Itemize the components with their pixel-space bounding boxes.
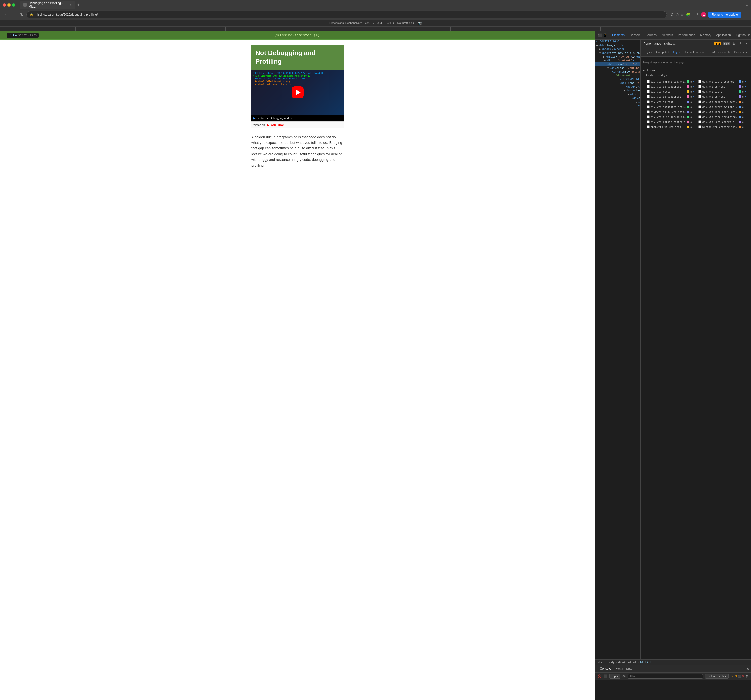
dom-h1-line[interactable]: <h1 class="title" > Not Debugging and Pr… — [595, 62, 640, 66]
tree-triangle[interactable]: ▶ — [624, 85, 625, 88]
dom-movieplayer-line[interactable]: <div class="html5-video-player ytp-exp-b… — [595, 96, 640, 100]
breadcrumb-body[interactable]: body — [608, 661, 615, 664]
flex-item-checkbox-1[interactable] — [647, 80, 650, 83]
flex-item-icon-2[interactable]: ■ — [742, 80, 744, 83]
profile-avatar[interactable]: E — [701, 12, 706, 17]
flex-item-icon-14[interactable]: ■ — [742, 111, 744, 113]
back-button[interactable]: ← — [3, 11, 9, 18]
flex-item-r-icon-14[interactable]: R — [745, 111, 746, 113]
flex-item-icon-19[interactable]: ■ — [691, 126, 692, 128]
flex-item-checkbox-15[interactable] — [647, 115, 650, 118]
flex-item-r-icon-4[interactable]: R — [745, 85, 746, 88]
flexbox-toggle[interactable]: ▶ Flexbox — [643, 68, 749, 72]
tab-performance[interactable]: Performance — [675, 31, 698, 39]
tab-application[interactable]: Application — [714, 31, 733, 39]
flex-item-r-icon-11[interactable]: R — [693, 105, 695, 108]
dom-document-line[interactable]: #document — [595, 74, 640, 77]
flex-item-checkbox-18[interactable] — [698, 120, 702, 123]
flex-item-r-icon-13[interactable]: R — [693, 111, 695, 113]
clear-console-icon[interactable]: 🚫 — [597, 674, 601, 678]
flex-item-checkbox-13[interactable] — [647, 110, 650, 113]
flex-item-icon-20[interactable]: ■ — [742, 126, 744, 128]
tab-dom-breakpoints[interactable]: DOM Breakpoints — [706, 48, 732, 56]
inspect-element-icon[interactable]: ⬛ — [597, 33, 603, 38]
flex-item-r-icon-10[interactable]: R — [745, 100, 746, 103]
device-emulation-icon[interactable]: 📱 — [603, 33, 608, 38]
flex-item-icon-11[interactable]: ■ — [691, 105, 692, 108]
tree-triangle[interactable]: ▼ — [600, 51, 601, 54]
flex-item-icon-4[interactable]: ■ — [742, 85, 744, 88]
flex-item-icon-5[interactable]: ■ — [691, 91, 692, 93]
flex-item-r-icon-18[interactable]: R — [745, 120, 746, 123]
flex-item-r-icon-9[interactable]: R — [693, 100, 695, 103]
perf-more-icon[interactable]: ⋮ — [739, 41, 743, 46]
dom-iframe-line[interactable]: <iframe src="https://www.youtube.com/emb… — [595, 70, 640, 74]
flex-item-r-icon-16[interactable]: R — [745, 116, 746, 118]
flex-item-checkbox-12[interactable] — [698, 105, 702, 108]
flex-item-r-icon-15[interactable]: R — [693, 116, 695, 118]
active-tab[interactable]: Debugging and Profiling - Mis... × — [20, 1, 75, 9]
minimize-traffic-light[interactable] — [7, 3, 11, 6]
flex-item-checkbox-5[interactable] — [647, 90, 650, 93]
breadcrumb-h1title[interactable]: h1.title — [640, 661, 654, 664]
dom-body2-line[interactable]: ▼ <body class="date-20231218 en_US ltr s… — [595, 89, 640, 93]
dom-ytwrapper-line[interactable]: ▼ <div class="youtube-wrapper" style="pa… — [595, 66, 640, 70]
watch-expressions-icon[interactable]: 👁 — [622, 674, 626, 678]
flex-item-icon-9[interactable]: ■ — [691, 100, 692, 103]
flex-item-r-icon-3[interactable]: R — [693, 85, 695, 88]
console-close-button[interactable]: × — [747, 667, 749, 671]
tab-console[interactable]: Console — [627, 31, 643, 39]
address-bar[interactable]: 🔒 missing.csail.mit.edu/2020/debugging-p… — [26, 11, 667, 18]
tab-styles[interactable]: Styles — [643, 48, 654, 56]
tree-triangle[interactable]: ▼ — [624, 89, 625, 92]
profile-menu-icon[interactable]: ⋮⋮ — [692, 12, 699, 17]
video-container[interactable]: 2020-01-23 14:14:53.933586-0500 0x0605e2… — [251, 70, 344, 128]
more-options-icon[interactable]: ⋮ — [745, 12, 748, 17]
tab-network[interactable]: Network — [659, 31, 675, 39]
tree-triangle[interactable]: ▶ — [603, 55, 605, 58]
maximize-traffic-light[interactable] — [12, 3, 15, 6]
tree-triangle[interactable]: ▼ — [627, 93, 629, 96]
flex-item-checkbox-19[interactable] — [647, 125, 650, 128]
bookmark-icon[interactable]: ⬡ — [675, 12, 678, 17]
flex-item-icon-3[interactable]: ■ — [691, 85, 692, 88]
video-thumbnail[interactable]: 2020-01-23 14:14:53.933586-0500 0x0605e2… — [251, 70, 344, 115]
breadcrumb-html[interactable]: html — [597, 661, 604, 664]
flex-item-checkbox-10[interactable] — [698, 100, 702, 103]
flex-item-r-icon-19[interactable]: R — [693, 126, 695, 128]
youtube-logo[interactable]: ▶ YouTube — [267, 123, 284, 127]
tree-triangle[interactable]: ▼ — [603, 59, 605, 62]
tab-expand-icon[interactable]: ⌄ — [745, 3, 748, 7]
flex-item-checkbox-8[interactable] — [698, 95, 702, 98]
flex-item-icon-18[interactable]: ■ — [742, 120, 744, 123]
tab-lighthouse[interactable]: Lighthouse — [733, 31, 751, 39]
flex-item-checkbox-16[interactable] — [698, 115, 702, 118]
dom-navbg-line[interactable]: ▶ <div id="nav-bg" > … </div> — [595, 55, 640, 59]
refresh-button[interactable]: ↻ — [19, 11, 25, 18]
star-icon[interactable]: ☆ — [681, 12, 684, 17]
elements-panel[interactable]: <!DOCTYPE html> ▶ <html lang="en" > ▶ <h… — [595, 40, 640, 659]
flex-item-r-icon-6[interactable]: R — [745, 91, 746, 93]
zoom-selector[interactable]: 100% ▾ — [385, 22, 394, 25]
dom-html-line[interactable]: ▶ <html lang="en" > — [595, 43, 640, 47]
perf-close-icon[interactable]: × — [745, 41, 748, 46]
flex-item-r-icon-8[interactable]: R — [745, 96, 746, 98]
flex-item-icon-13[interactable]: ■ — [691, 111, 692, 113]
flex-item-r-icon-17[interactable]: R — [693, 120, 695, 123]
flex-item-checkbox-11[interactable] — [647, 105, 650, 108]
flex-item-r-icon-7[interactable]: R — [693, 96, 695, 98]
tab-properties[interactable]: Properties — [732, 48, 749, 56]
flex-item-icon-17[interactable]: ■ — [691, 120, 692, 123]
flex-item-checkbox-3[interactable] — [647, 85, 650, 88]
flex-item-icon-8[interactable]: ■ — [742, 96, 744, 98]
tree-triangle[interactable]: ▼ — [607, 66, 609, 69]
play-button[interactable] — [292, 86, 304, 99]
console-tab-console[interactable]: Console — [597, 665, 613, 672]
perf-settings-icon[interactable]: ⚙ — [732, 41, 736, 46]
flex-item-icon-7[interactable]: ■ — [691, 96, 692, 98]
flex-item-checkbox-9[interactable] — [647, 100, 650, 103]
flex-item-r-icon-5[interactable]: R — [693, 91, 695, 93]
tab-close-button[interactable]: × — [70, 3, 72, 6]
video-menu-icon[interactable]: ⋮ — [339, 117, 342, 120]
tab-computed[interactable]: Computed — [654, 48, 671, 56]
